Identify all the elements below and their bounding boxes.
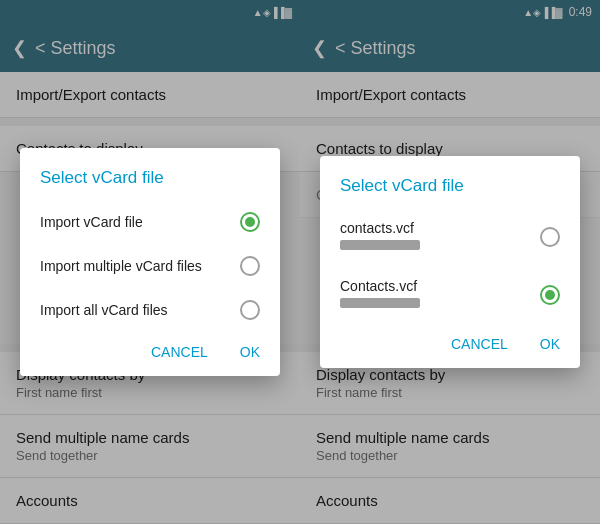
radio-file-2[interactable] (540, 285, 560, 305)
ok-button-1[interactable]: OK (232, 340, 268, 364)
file-path-2 (340, 298, 420, 308)
dialog-actions-2: CANCEL OK (320, 324, 580, 368)
radio-file-1[interactable] (540, 227, 560, 247)
file-item-2[interactable]: Contacts.vcf (320, 266, 580, 324)
screen-2: ▲◈▐▐▓ 0:49 ❮ < Settings Import/Export co… (300, 0, 600, 524)
file-name-2: Contacts.vcf (340, 278, 540, 294)
option-label-3: Import all vCard files (40, 302, 240, 318)
dialog-overlay-2: Select vCard file contacts.vcf Contacts.… (300, 0, 600, 524)
option-import-all-1[interactable]: Import all vCard files (20, 288, 280, 332)
radio-import-multiple-1[interactable] (240, 256, 260, 276)
select-vcard-dialog-2: Select vCard file contacts.vcf Contacts.… (320, 156, 580, 368)
option-import-multiple-1[interactable]: Import multiple vCard files (20, 244, 280, 288)
ok-button-2[interactable]: OK (532, 332, 568, 356)
option-label-1: Import vCard file (40, 214, 240, 230)
screen-1: ▲◈▐▐▓ ❮ < Settings Import/Export contact… (0, 0, 300, 524)
radio-import-all-1[interactable] (240, 300, 260, 320)
cancel-button-1[interactable]: CANCEL (143, 340, 216, 364)
select-vcard-dialog-1: Select vCard file Import vCard file Impo… (20, 148, 280, 376)
cancel-button-2[interactable]: CANCEL (443, 332, 516, 356)
option-import-vcard-1[interactable]: Import vCard file (20, 200, 280, 244)
radio-import-vcard-1[interactable] (240, 212, 260, 232)
file-name-1: contacts.vcf (340, 220, 540, 236)
dialog-title-2: Select vCard file (320, 156, 580, 208)
file-item-1[interactable]: contacts.vcf (320, 208, 580, 266)
file-info-2: Contacts.vcf (340, 278, 540, 312)
file-info-1: contacts.vcf (340, 220, 540, 254)
dialog-actions-1: CANCEL OK (20, 332, 280, 376)
dialog-overlay-1: Select vCard file Import vCard file Impo… (0, 0, 300, 524)
option-label-2: Import multiple vCard files (40, 258, 240, 274)
dialog-title-1: Select vCard file (20, 148, 280, 200)
file-path-1 (340, 240, 420, 250)
